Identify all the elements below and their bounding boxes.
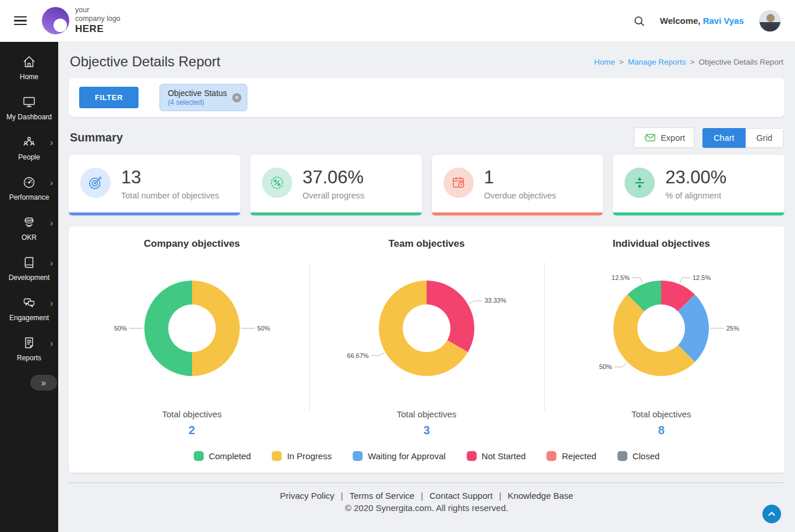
chevron-right-icon: › bbox=[50, 259, 53, 267]
hamburger-menu-icon[interactable] bbox=[14, 16, 27, 26]
card-value: 23.00% bbox=[665, 168, 726, 187]
company-objectives-chart: Company objectives 50%50% Total objectiv… bbox=[74, 238, 309, 437]
export-label: Export bbox=[661, 133, 685, 143]
breadcrumb-separator: > bbox=[690, 58, 695, 66]
privacy-policy-link[interactable]: Privacy Policy bbox=[280, 491, 334, 501]
chevron-right-icon: › bbox=[50, 299, 53, 307]
logo-line2: company logo bbox=[75, 15, 120, 23]
home-icon bbox=[22, 54, 37, 69]
knowledge-base-link[interactable]: Knowledge Base bbox=[507, 491, 573, 501]
grid-view-button[interactable]: Grid bbox=[746, 128, 783, 148]
percent-badge-icon bbox=[262, 168, 292, 198]
donut-chart[interactable]: 50%50% bbox=[74, 251, 309, 406]
sidebar-item-label: Development bbox=[9, 274, 50, 282]
sidebar-item-development[interactable]: Development › bbox=[0, 249, 58, 289]
summary-cards: 13 Total number of objectives 37.06% Ove… bbox=[69, 155, 785, 215]
sidebar-item-label: Performance bbox=[9, 193, 49, 201]
svg-text:12.5%: 12.5% bbox=[612, 274, 630, 281]
envelope-send-icon bbox=[643, 133, 656, 143]
legend-item-closed: Closed bbox=[617, 451, 660, 461]
total-objectives-value: 8 bbox=[544, 424, 779, 437]
logo-text: your company logo HERE bbox=[75, 6, 120, 35]
welcome-prefix: Welcome, bbox=[660, 16, 701, 26]
footer-separator: | bbox=[499, 491, 501, 501]
chat-icon bbox=[22, 295, 37, 310]
svg-text:50%: 50% bbox=[599, 363, 612, 370]
book-icon bbox=[22, 255, 37, 270]
svg-text:33.33%: 33.33% bbox=[484, 297, 506, 304]
donut-chart[interactable]: 33.33%66.67% bbox=[309, 251, 544, 406]
sidebar-item-reports[interactable]: Reports › bbox=[0, 329, 58, 369]
card-label: Total number of objectives bbox=[121, 191, 219, 200]
scroll-to-top-button[interactable] bbox=[762, 505, 781, 523]
sidebar-item-engagement[interactable]: Engagement › bbox=[0, 289, 58, 329]
company-logo[interactable]: your company logo HERE bbox=[42, 6, 120, 35]
search-icon[interactable] bbox=[633, 15, 645, 27]
remove-filter-icon[interactable]: ✕ bbox=[232, 93, 242, 102]
card-accent-bar bbox=[613, 212, 785, 215]
chart-title: Individual objectives bbox=[544, 238, 779, 250]
breadcrumb-home[interactable]: Home bbox=[594, 58, 615, 66]
welcome-text: Welcome, Ravi Vyas bbox=[660, 16, 744, 26]
filter-button[interactable]: FILTER bbox=[79, 87, 139, 108]
card-overdue-objectives: 1 Overdue objectives bbox=[432, 155, 604, 215]
gauge-icon bbox=[22, 175, 37, 190]
chart-view-button[interactable]: Chart bbox=[702, 128, 745, 148]
legend-label: Not Started bbox=[482, 451, 526, 461]
calendar-clock-icon bbox=[443, 168, 474, 198]
chevron-right-icon: › bbox=[50, 139, 53, 147]
chevron-right-icon: › bbox=[50, 179, 53, 187]
legend-label: Rejected bbox=[562, 451, 596, 461]
legend-item-completed: Completed bbox=[194, 451, 251, 461]
view-toggle: Chart Grid bbox=[702, 128, 783, 148]
svg-text:66.67%: 66.67% bbox=[347, 352, 369, 359]
donut-chart[interactable]: 12.5%25%50%12.5% bbox=[544, 251, 779, 406]
svg-text:50%: 50% bbox=[114, 325, 127, 332]
okr-badge-icon: OKR bbox=[22, 215, 37, 230]
total-objectives-label: Total objectives bbox=[74, 409, 309, 419]
chart-title: Company objectives bbox=[74, 238, 309, 250]
total-objectives-label: Total objectives bbox=[544, 409, 779, 419]
card-value: 37.06% bbox=[303, 168, 364, 187]
breadcrumb-current: Objective Details Report bbox=[698, 58, 783, 66]
sidebar-item-label: My Dashboard bbox=[6, 113, 52, 121]
logo-line1: your bbox=[75, 6, 120, 15]
svg-text:50%: 50% bbox=[257, 325, 270, 332]
sidebar: Home My Dashboard People › Performance ›… bbox=[0, 42, 58, 532]
logo-mark bbox=[42, 7, 69, 34]
main-content: Objective Details Report Home > Manage R… bbox=[58, 42, 795, 532]
card-percent-alignment: 23.00% % of alignment bbox=[613, 155, 785, 215]
card-accent-bar bbox=[250, 212, 422, 215]
user-name-link[interactable]: Ravi Vyas bbox=[703, 16, 744, 26]
avatar[interactable] bbox=[759, 10, 781, 32]
total-objectives-value: 2 bbox=[74, 424, 309, 437]
legend-label: Waiting for Approval bbox=[368, 451, 446, 461]
sidebar-item-label: Engagement bbox=[9, 314, 49, 322]
sidebar-item-my-dashboard[interactable]: My Dashboard bbox=[0, 88, 58, 128]
terms-of-service-link[interactable]: Terms of Service bbox=[349, 491, 414, 501]
chart-title: Team objectives bbox=[309, 238, 544, 250]
card-label: Overdue objectives bbox=[484, 191, 556, 200]
legend-label: Closed bbox=[633, 451, 660, 461]
sidebar-item-performance[interactable]: Performance › bbox=[0, 168, 58, 208]
sidebar-item-label: Reports bbox=[17, 354, 41, 362]
legend-label: Completed bbox=[209, 451, 251, 461]
breadcrumb-manage-reports[interactable]: Manage Reports bbox=[628, 58, 686, 66]
breadcrumb: Home > Manage Reports > Objective Detail… bbox=[594, 58, 783, 66]
sidebar-item-okr[interactable]: OKR OKR › bbox=[0, 208, 58, 249]
chip-title: Objective Status bbox=[168, 88, 227, 98]
contact-support-link[interactable]: Contact Support bbox=[430, 491, 492, 501]
legend-swatch bbox=[467, 451, 477, 461]
total-objectives-label: Total objectives bbox=[309, 409, 544, 419]
chevron-right-icon: › bbox=[50, 219, 53, 227]
logo-line3: HERE bbox=[75, 23, 120, 35]
export-button[interactable]: Export bbox=[634, 127, 694, 148]
sidebar-collapse-button[interactable]: » bbox=[30, 375, 57, 391]
sidebar-item-home[interactable]: Home bbox=[0, 48, 58, 88]
legend-swatch bbox=[353, 451, 363, 461]
sidebar-item-people[interactable]: People › bbox=[0, 128, 58, 168]
objective-status-filter-chip[interactable]: Objective Status (4 selected) ✕ bbox=[159, 84, 247, 111]
chevron-right-icon: › bbox=[50, 339, 53, 347]
charts-panel: Company objectives 50%50% Total objectiv… bbox=[69, 226, 785, 473]
sidebar-item-label: People bbox=[18, 153, 40, 161]
